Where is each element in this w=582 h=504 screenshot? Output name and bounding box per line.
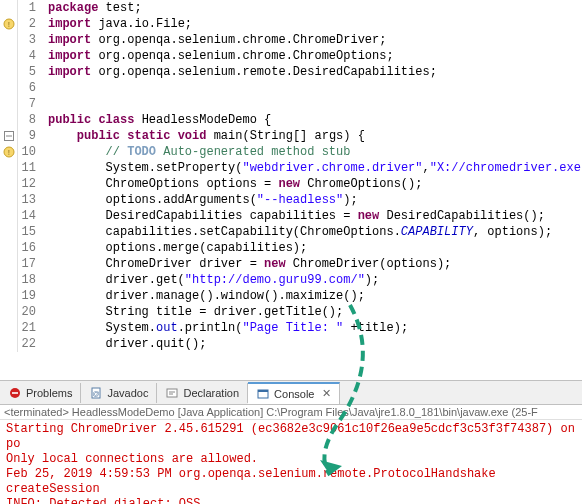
- code-line[interactable]: !10 // TODO Auto-generated method stub: [0, 144, 582, 160]
- code-line[interactable]: 9 public static void main(String[] args)…: [0, 128, 582, 144]
- gutter: [0, 240, 18, 256]
- console-line: Only local connections are allowed.: [6, 452, 576, 467]
- code-content: package test;: [42, 0, 142, 16]
- declaration-icon: [165, 386, 179, 400]
- line-number: 10: [18, 144, 42, 160]
- gutter: !: [0, 144, 18, 160]
- code-line[interactable]: 18 driver.get("http://demo.guru99.com/")…: [0, 272, 582, 288]
- code-content: options.merge(capabilities);: [42, 240, 307, 256]
- svg-text:@: @: [93, 390, 100, 397]
- line-number: 1: [18, 0, 42, 16]
- line-number: 16: [18, 240, 42, 256]
- code-content: String title = driver.getTitle();: [42, 304, 343, 320]
- line-number: 9: [18, 128, 42, 144]
- code-line[interactable]: 11 System.setProperty("webdriver.chrome.…: [0, 160, 582, 176]
- gutter: [0, 288, 18, 304]
- code-content: [42, 80, 48, 96]
- line-number: 2: [18, 16, 42, 32]
- code-content: import org.openqa.selenium.chrome.Chrome…: [42, 32, 386, 48]
- console-header: <terminated> HeadlessModeDemo [Java Appl…: [0, 405, 582, 420]
- line-number: 7: [18, 96, 42, 112]
- line-number: 8: [18, 112, 42, 128]
- tab-problems[interactable]: Problems: [0, 383, 81, 403]
- code-content: System.out.println("Page Title: " +title…: [42, 320, 408, 336]
- gutter: [0, 176, 18, 192]
- code-line[interactable]: 14 DesiredCapabilities capabilities = ne…: [0, 208, 582, 224]
- code-content: driver.get("http://demo.guru99.com/");: [42, 272, 379, 288]
- code-content: driver.manage().window().maximize();: [42, 288, 365, 304]
- console-line: Feb 25, 2019 4:59:53 PM org.openqa.selen…: [6, 467, 576, 497]
- code-line[interactable]: 20 String title = driver.getTitle();: [0, 304, 582, 320]
- code-line[interactable]: 1package test;: [0, 0, 582, 16]
- code-line[interactable]: 3import org.openqa.selenium.chrome.Chrom…: [0, 32, 582, 48]
- code-line[interactable]: 4import org.openqa.selenium.chrome.Chrom…: [0, 48, 582, 64]
- code-editor[interactable]: 1package test;!2import java.io.File;3imp…: [0, 0, 582, 380]
- code-line[interactable]: 12 ChromeOptions options = new ChromeOpt…: [0, 176, 582, 192]
- svg-rect-7: [12, 392, 18, 394]
- code-line[interactable]: 7: [0, 96, 582, 112]
- tab-declaration[interactable]: Declaration: [157, 383, 248, 403]
- code-content: public static void main(String[] args) {: [42, 128, 365, 144]
- line-number: 17: [18, 256, 42, 272]
- line-number: 12: [18, 176, 42, 192]
- gutter: [0, 224, 18, 240]
- close-icon[interactable]: ✕: [322, 387, 331, 400]
- gutter: [0, 128, 18, 144]
- console-line: Starting ChromeDriver 2.45.615291 (ec368…: [6, 422, 576, 452]
- code-content: capabilities.setCapability(ChromeOptions…: [42, 224, 552, 240]
- code-content: import org.openqa.selenium.chrome.Chrome…: [42, 48, 394, 64]
- gutter: [0, 304, 18, 320]
- gutter: [0, 96, 18, 112]
- tab-console[interactable]: Console ✕: [248, 382, 340, 404]
- code-content: driver.quit();: [42, 336, 206, 352]
- svg-rect-10: [167, 389, 177, 397]
- tabs-bar: Problems @ Javadoc Declaration Console ✕: [0, 381, 582, 405]
- tab-label: Declaration: [183, 387, 239, 399]
- gutter: [0, 112, 18, 128]
- code-content: import java.io.File;: [42, 16, 192, 32]
- code-content: public class HeadlessModeDemo {: [42, 112, 271, 128]
- gutter: [0, 48, 18, 64]
- gutter: [0, 256, 18, 272]
- code-line[interactable]: 8public class HeadlessModeDemo {: [0, 112, 582, 128]
- line-number: 5: [18, 64, 42, 80]
- tab-label: Console: [274, 388, 314, 400]
- line-number: 15: [18, 224, 42, 240]
- code-line[interactable]: 5import org.openqa.selenium.remote.Desir…: [0, 64, 582, 80]
- gutter: [0, 320, 18, 336]
- code-line[interactable]: 17 ChromeDriver driver = new ChromeDrive…: [0, 256, 582, 272]
- code-content: options.addArguments("--headless");: [42, 192, 358, 208]
- gutter: [0, 336, 18, 352]
- tab-label: Javadoc: [107, 387, 148, 399]
- code-line[interactable]: 15 capabilities.setCapability(ChromeOpti…: [0, 224, 582, 240]
- code-line[interactable]: 19 driver.manage().window().maximize();: [0, 288, 582, 304]
- code-line[interactable]: !2import java.io.File;: [0, 16, 582, 32]
- code-line[interactable]: 22 driver.quit();: [0, 336, 582, 352]
- line-number: 20: [18, 304, 42, 320]
- line-number: 21: [18, 320, 42, 336]
- code-content: // TODO Auto-generated method stub: [42, 144, 350, 160]
- console-line: INFO: Detected dialect: OSS: [6, 497, 576, 504]
- console-icon: [256, 387, 270, 401]
- line-number: 4: [18, 48, 42, 64]
- gutter: [0, 160, 18, 176]
- gutter: [0, 32, 18, 48]
- error-icon: [8, 386, 22, 400]
- tab-javadoc[interactable]: @ Javadoc: [81, 383, 157, 403]
- bottom-panel: Problems @ Javadoc Declaration Console ✕…: [0, 380, 582, 504]
- gutter: [0, 0, 18, 16]
- line-number: 22: [18, 336, 42, 352]
- line-number: 18: [18, 272, 42, 288]
- line-number: 14: [18, 208, 42, 224]
- gutter: [0, 272, 18, 288]
- console-output[interactable]: Starting ChromeDriver 2.45.615291 (ec368…: [0, 420, 582, 504]
- gutter: [0, 80, 18, 96]
- code-line[interactable]: 16 options.merge(capabilities);: [0, 240, 582, 256]
- code-content: DesiredCapabilities capabilities = new D…: [42, 208, 545, 224]
- code-line[interactable]: 21 System.out.println("Page Title: " +ti…: [0, 320, 582, 336]
- code-line[interactable]: 6: [0, 80, 582, 96]
- gutter: [0, 64, 18, 80]
- code-content: ChromeOptions options = new ChromeOption…: [42, 176, 422, 192]
- code-content: System.setProperty("webdriver.chrome.dri…: [42, 160, 582, 176]
- code-line[interactable]: 13 options.addArguments("--headless");: [0, 192, 582, 208]
